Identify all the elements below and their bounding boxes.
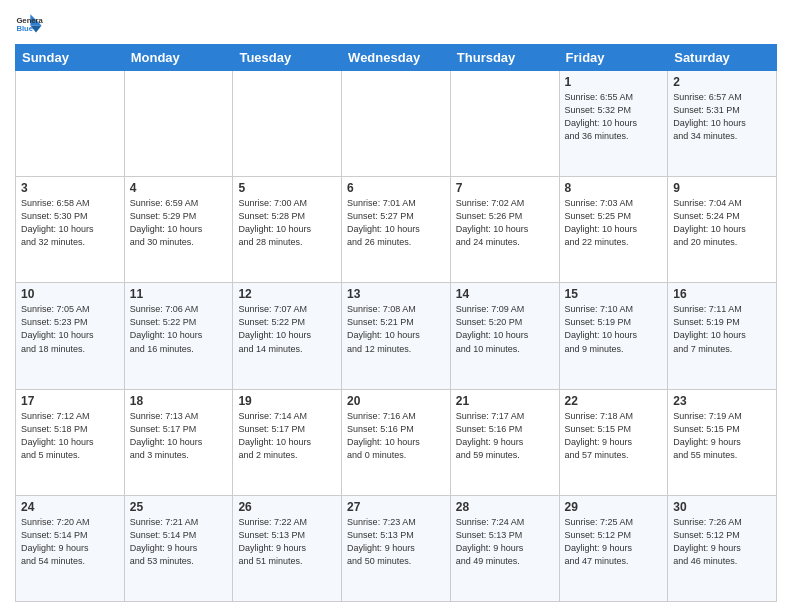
calendar-day-cell: 7Sunrise: 7:02 AM Sunset: 5:26 PM Daylig…	[450, 177, 559, 283]
calendar-day-cell	[342, 71, 451, 177]
calendar-header-row: SundayMondayTuesdayWednesdayThursdayFrid…	[16, 45, 777, 71]
calendar-day-cell: 25Sunrise: 7:21 AM Sunset: 5:14 PM Dayli…	[124, 495, 233, 601]
day-number: 16	[673, 287, 771, 301]
day-number: 9	[673, 181, 771, 195]
calendar-day-cell: 20Sunrise: 7:16 AM Sunset: 5:16 PM Dayli…	[342, 389, 451, 495]
day-number: 25	[130, 500, 228, 514]
day-number: 8	[565, 181, 663, 195]
calendar-day-cell: 17Sunrise: 7:12 AM Sunset: 5:18 PM Dayli…	[16, 389, 125, 495]
day-number: 24	[21, 500, 119, 514]
day-info: Sunrise: 6:59 AM Sunset: 5:29 PM Dayligh…	[130, 197, 228, 249]
calendar-day-cell: 3Sunrise: 6:58 AM Sunset: 5:30 PM Daylig…	[16, 177, 125, 283]
day-number: 18	[130, 394, 228, 408]
day-number: 29	[565, 500, 663, 514]
day-number: 1	[565, 75, 663, 89]
calendar-week-row: 3Sunrise: 6:58 AM Sunset: 5:30 PM Daylig…	[16, 177, 777, 283]
calendar-day-header: Friday	[559, 45, 668, 71]
day-number: 15	[565, 287, 663, 301]
day-number: 5	[238, 181, 336, 195]
calendar-day-cell: 27Sunrise: 7:23 AM Sunset: 5:13 PM Dayli…	[342, 495, 451, 601]
day-info: Sunrise: 7:01 AM Sunset: 5:27 PM Dayligh…	[347, 197, 445, 249]
day-info: Sunrise: 7:14 AM Sunset: 5:17 PM Dayligh…	[238, 410, 336, 462]
calendar-day-cell: 19Sunrise: 7:14 AM Sunset: 5:17 PM Dayli…	[233, 389, 342, 495]
day-info: Sunrise: 7:16 AM Sunset: 5:16 PM Dayligh…	[347, 410, 445, 462]
day-number: 2	[673, 75, 771, 89]
day-info: Sunrise: 7:03 AM Sunset: 5:25 PM Dayligh…	[565, 197, 663, 249]
calendar-day-cell: 22Sunrise: 7:18 AM Sunset: 5:15 PM Dayli…	[559, 389, 668, 495]
day-info: Sunrise: 7:22 AM Sunset: 5:13 PM Dayligh…	[238, 516, 336, 568]
calendar-day-cell: 6Sunrise: 7:01 AM Sunset: 5:27 PM Daylig…	[342, 177, 451, 283]
day-number: 13	[347, 287, 445, 301]
calendar-day-cell	[124, 71, 233, 177]
calendar-day-cell: 1Sunrise: 6:55 AM Sunset: 5:32 PM Daylig…	[559, 71, 668, 177]
logo: General Blue	[15, 10, 43, 38]
calendar-day-cell	[16, 71, 125, 177]
calendar-day-cell: 13Sunrise: 7:08 AM Sunset: 5:21 PM Dayli…	[342, 283, 451, 389]
calendar-day-header: Tuesday	[233, 45, 342, 71]
calendar-day-cell: 21Sunrise: 7:17 AM Sunset: 5:16 PM Dayli…	[450, 389, 559, 495]
calendar-day-header: Sunday	[16, 45, 125, 71]
day-number: 7	[456, 181, 554, 195]
calendar-day-cell: 26Sunrise: 7:22 AM Sunset: 5:13 PM Dayli…	[233, 495, 342, 601]
day-info: Sunrise: 6:57 AM Sunset: 5:31 PM Dayligh…	[673, 91, 771, 143]
calendar-day-cell	[233, 71, 342, 177]
calendar-day-cell: 11Sunrise: 7:06 AM Sunset: 5:22 PM Dayli…	[124, 283, 233, 389]
calendar-day-cell: 2Sunrise: 6:57 AM Sunset: 5:31 PM Daylig…	[668, 71, 777, 177]
day-info: Sunrise: 7:04 AM Sunset: 5:24 PM Dayligh…	[673, 197, 771, 249]
day-number: 21	[456, 394, 554, 408]
day-info: Sunrise: 7:02 AM Sunset: 5:26 PM Dayligh…	[456, 197, 554, 249]
calendar-day-cell: 28Sunrise: 7:24 AM Sunset: 5:13 PM Dayli…	[450, 495, 559, 601]
day-info: Sunrise: 6:58 AM Sunset: 5:30 PM Dayligh…	[21, 197, 119, 249]
calendar-table: SundayMondayTuesdayWednesdayThursdayFrid…	[15, 44, 777, 602]
calendar-day-cell: 30Sunrise: 7:26 AM Sunset: 5:12 PM Dayli…	[668, 495, 777, 601]
calendar-day-cell: 10Sunrise: 7:05 AM Sunset: 5:23 PM Dayli…	[16, 283, 125, 389]
day-number: 10	[21, 287, 119, 301]
calendar-day-cell: 4Sunrise: 6:59 AM Sunset: 5:29 PM Daylig…	[124, 177, 233, 283]
calendar-week-row: 24Sunrise: 7:20 AM Sunset: 5:14 PM Dayli…	[16, 495, 777, 601]
day-number: 14	[456, 287, 554, 301]
day-number: 26	[238, 500, 336, 514]
calendar-day-cell	[450, 71, 559, 177]
day-info: Sunrise: 7:20 AM Sunset: 5:14 PM Dayligh…	[21, 516, 119, 568]
svg-text:Blue: Blue	[16, 24, 33, 33]
calendar-day-cell: 5Sunrise: 7:00 AM Sunset: 5:28 PM Daylig…	[233, 177, 342, 283]
day-info: Sunrise: 7:21 AM Sunset: 5:14 PM Dayligh…	[130, 516, 228, 568]
logo-icon: General Blue	[15, 10, 43, 38]
day-info: Sunrise: 6:55 AM Sunset: 5:32 PM Dayligh…	[565, 91, 663, 143]
day-number: 19	[238, 394, 336, 408]
calendar-day-cell: 24Sunrise: 7:20 AM Sunset: 5:14 PM Dayli…	[16, 495, 125, 601]
calendar-week-row: 10Sunrise: 7:05 AM Sunset: 5:23 PM Dayli…	[16, 283, 777, 389]
calendar-day-header: Saturday	[668, 45, 777, 71]
day-info: Sunrise: 7:10 AM Sunset: 5:19 PM Dayligh…	[565, 303, 663, 355]
day-info: Sunrise: 7:05 AM Sunset: 5:23 PM Dayligh…	[21, 303, 119, 355]
calendar-day-cell: 18Sunrise: 7:13 AM Sunset: 5:17 PM Dayli…	[124, 389, 233, 495]
day-number: 28	[456, 500, 554, 514]
calendar-day-cell: 8Sunrise: 7:03 AM Sunset: 5:25 PM Daylig…	[559, 177, 668, 283]
calendar-day-cell: 23Sunrise: 7:19 AM Sunset: 5:15 PM Dayli…	[668, 389, 777, 495]
calendar-day-header: Monday	[124, 45, 233, 71]
day-info: Sunrise: 7:23 AM Sunset: 5:13 PM Dayligh…	[347, 516, 445, 568]
calendar-day-cell: 15Sunrise: 7:10 AM Sunset: 5:19 PM Dayli…	[559, 283, 668, 389]
header: General Blue	[15, 10, 777, 38]
day-number: 3	[21, 181, 119, 195]
day-number: 27	[347, 500, 445, 514]
calendar-day-cell: 12Sunrise: 7:07 AM Sunset: 5:22 PM Dayli…	[233, 283, 342, 389]
page: General Blue SundayMondayTuesdayWednesda…	[0, 0, 792, 612]
day-info: Sunrise: 7:08 AM Sunset: 5:21 PM Dayligh…	[347, 303, 445, 355]
calendar-day-cell: 16Sunrise: 7:11 AM Sunset: 5:19 PM Dayli…	[668, 283, 777, 389]
day-number: 11	[130, 287, 228, 301]
calendar-day-cell: 14Sunrise: 7:09 AM Sunset: 5:20 PM Dayli…	[450, 283, 559, 389]
day-info: Sunrise: 7:07 AM Sunset: 5:22 PM Dayligh…	[238, 303, 336, 355]
day-info: Sunrise: 7:12 AM Sunset: 5:18 PM Dayligh…	[21, 410, 119, 462]
svg-text:General: General	[16, 16, 43, 25]
calendar-week-row: 17Sunrise: 7:12 AM Sunset: 5:18 PM Dayli…	[16, 389, 777, 495]
calendar-day-header: Wednesday	[342, 45, 451, 71]
day-number: 12	[238, 287, 336, 301]
day-info: Sunrise: 7:24 AM Sunset: 5:13 PM Dayligh…	[456, 516, 554, 568]
day-info: Sunrise: 7:17 AM Sunset: 5:16 PM Dayligh…	[456, 410, 554, 462]
day-info: Sunrise: 7:13 AM Sunset: 5:17 PM Dayligh…	[130, 410, 228, 462]
day-info: Sunrise: 7:06 AM Sunset: 5:22 PM Dayligh…	[130, 303, 228, 355]
calendar-day-cell: 29Sunrise: 7:25 AM Sunset: 5:12 PM Dayli…	[559, 495, 668, 601]
day-info: Sunrise: 7:09 AM Sunset: 5:20 PM Dayligh…	[456, 303, 554, 355]
day-info: Sunrise: 7:18 AM Sunset: 5:15 PM Dayligh…	[565, 410, 663, 462]
